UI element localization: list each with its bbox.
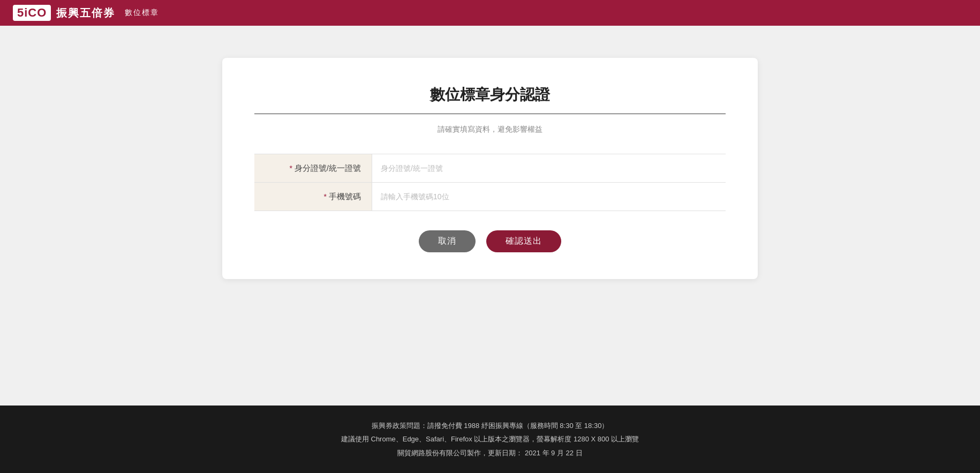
- footer-line3: 關貿網路股份有限公司製作，更新日期： 2021 年 9 月 22 日: [11, 447, 969, 459]
- logo-badge: 5iCO: [13, 5, 51, 21]
- id-label-cell: * 身分證號/統一證號: [254, 154, 372, 182]
- title-divider: [254, 114, 726, 114]
- id-required-star: *: [289, 164, 292, 172]
- phone-label-cell: * 手機號碼: [254, 183, 372, 211]
- main-content: 數位標章身分認證 請確實填寫資料，避免影響權益 * 身分證號/統一證號 * 手機…: [0, 26, 980, 406]
- page-subtitle: 請確實填寫資料，避免影響權益: [254, 125, 726, 134]
- footer-line1: 振興券政策問題：請撥免付費 1988 紓困振興專線（服務時間 8:30 至 18…: [11, 419, 969, 432]
- phone-input-cell: [372, 185, 726, 208]
- cancel-button[interactable]: 取消: [419, 230, 476, 252]
- id-form-row: * 身分證號/統一證號: [254, 154, 726, 183]
- phone-required-star: *: [324, 192, 327, 201]
- header-logo: 5iCO 振興五倍券 數位標章: [13, 5, 159, 21]
- id-input[interactable]: [381, 156, 717, 180]
- button-row: 取消 確認送出: [254, 230, 726, 252]
- identity-form: * 身分證號/統一證號 * 手機號碼 取消 確認送: [254, 154, 726, 252]
- phone-form-row: * 手機號碼: [254, 183, 726, 211]
- site-footer: 振興券政策問題：請撥免付費 1988 紓困振興專線（服務時間 8:30 至 18…: [0, 406, 980, 473]
- id-input-cell: [372, 156, 726, 180]
- confirm-button[interactable]: 確認送出: [486, 230, 561, 252]
- logo-text: 振興五倍券: [56, 6, 115, 20]
- id-label: 身分證號/統一證號: [295, 163, 361, 174]
- phone-input[interactable]: [381, 185, 717, 208]
- footer-line2: 建議使用 Chrome、Edge、Safari、Firefox 以上版本之瀏覽器…: [11, 433, 969, 445]
- site-header: 5iCO 振興五倍券 數位標章: [0, 0, 980, 26]
- phone-label: 手機號碼: [329, 192, 361, 202]
- page-title: 數位標章身分認證: [254, 85, 726, 105]
- logo-subtitle: 數位標章: [125, 8, 159, 18]
- form-card: 數位標章身分認證 請確實填寫資料，避免影響權益 * 身分證號/統一證號 * 手機…: [222, 58, 758, 279]
